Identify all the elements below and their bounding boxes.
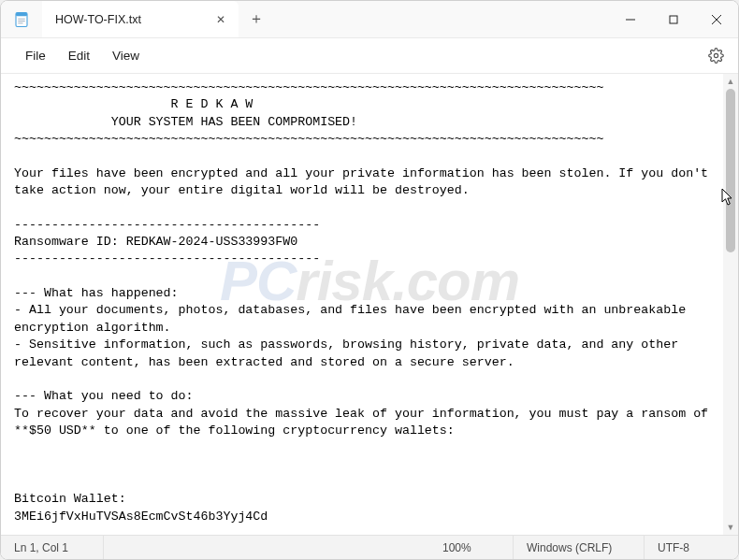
svg-rect-1 — [16, 12, 27, 16]
titlebar-drag-area[interactable] — [274, 1, 609, 37]
new-tab-button[interactable]: ＋ — [239, 1, 274, 37]
minimize-button[interactable] — [609, 1, 652, 37]
editor-area: ~~~~~~~~~~~~~~~~~~~~~~~~~~~~~~~~~~~~~~~~… — [1, 74, 738, 535]
menu-file[interactable]: File — [14, 43, 57, 68]
status-zoom[interactable]: 100% — [429, 536, 514, 559]
scroll-up-arrow[interactable]: ▲ — [723, 74, 738, 89]
window-controls — [609, 1, 738, 37]
settings-button[interactable] — [701, 41, 731, 71]
file-tab[interactable]: HOW-TO-FIX.txt ✕ — [42, 1, 239, 37]
svg-rect-6 — [670, 16, 677, 23]
status-encoding: UTF-8 — [645, 536, 738, 559]
close-tab-button[interactable]: ✕ — [209, 7, 233, 32]
notepad-app-icon — [1, 1, 42, 37]
maximize-button[interactable] — [652, 1, 695, 37]
svg-point-9 — [714, 53, 717, 57]
scrollbar-track[interactable] — [726, 89, 735, 520]
status-line-ending: Windows (CRLF) — [514, 536, 645, 559]
close-window-button[interactable] — [695, 1, 738, 37]
scroll-down-arrow[interactable]: ▼ — [723, 520, 738, 535]
status-bar: Ln 1, Col 1 100% Windows (CRLF) UTF-8 — [1, 535, 738, 559]
vertical-scrollbar[interactable]: ▲ ▼ — [723, 74, 738, 535]
menu-edit[interactable]: Edit — [57, 43, 101, 68]
scrollbar-thumb[interactable] — [726, 89, 735, 252]
title-bar: HOW-TO-FIX.txt ✕ ＋ — [1, 1, 738, 38]
tab-title: HOW-TO-FIX.txt — [55, 13, 209, 26]
text-content[interactable]: ~~~~~~~~~~~~~~~~~~~~~~~~~~~~~~~~~~~~~~~~… — [1, 74, 723, 535]
menu-view[interactable]: View — [101, 43, 151, 68]
notepad-window: HOW-TO-FIX.txt ✕ ＋ File Edit View — [0, 0, 739, 560]
status-cursor-pos: Ln 1, Col 1 — [1, 536, 104, 559]
menu-bar: File Edit View — [1, 38, 738, 74]
